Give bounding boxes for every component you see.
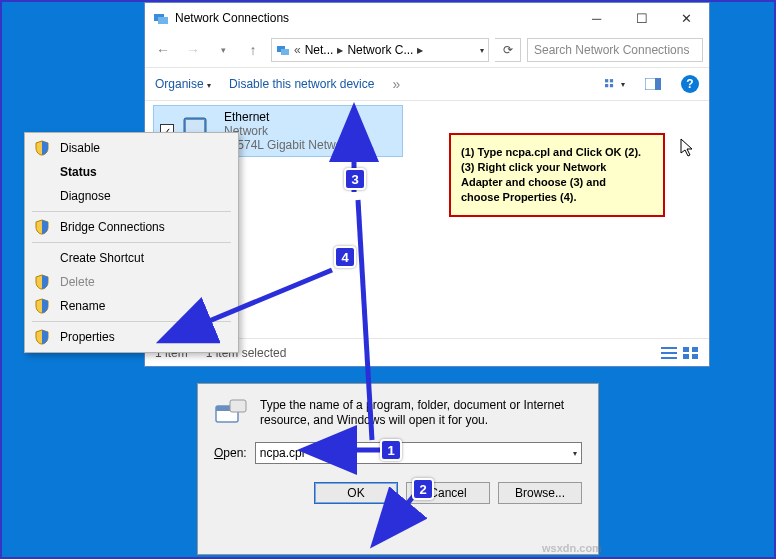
anno-1: 1 xyxy=(380,439,402,461)
svg-line-26 xyxy=(358,200,372,440)
anno-4: 4 xyxy=(334,246,356,268)
svg-line-25 xyxy=(202,270,332,324)
annotation-arrows xyxy=(2,2,776,559)
anno-3: 3 xyxy=(344,168,366,190)
anno-2: 2 xyxy=(412,478,434,500)
